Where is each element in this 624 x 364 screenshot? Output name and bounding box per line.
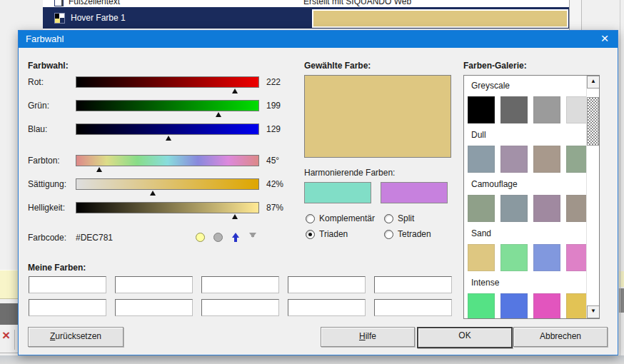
gallery-color-swatch[interactable]: [500, 244, 528, 271]
slider-row-helligkeit: Helligkeit:87%: [19, 202, 304, 218]
harmony-swatch-1[interactable]: [304, 182, 371, 203]
radio-circle-icon[interactable]: [384, 230, 393, 239]
slider-value-farbton: 45°: [266, 156, 279, 166]
gallery-group-label: Dull: [471, 130, 599, 142]
radio-label: Tetraden: [398, 229, 431, 239]
gallery-color-swatch[interactable]: [533, 195, 560, 222]
gallery-color-swatch[interactable]: [533, 96, 560, 123]
gallery-color-swatch[interactable]: [500, 195, 528, 222]
dialog-titlebar[interactable]: Farbwahl ×: [19, 31, 618, 48]
slider-value-helligkeit: 87%: [266, 203, 283, 213]
gallery-header: Farben-Galerie:: [463, 61, 527, 71]
color-gallery-list[interactable]: GreyscaleDullCamouflageSandIntense ▲ ▼: [463, 75, 600, 319]
radio-split[interactable]: Split: [384, 213, 414, 223]
gallery-color-swatch[interactable]: [468, 195, 495, 222]
my-color-slot[interactable]: [374, 276, 452, 293]
radio-komplementär[interactable]: Komplementär: [306, 213, 375, 223]
gallery-color-swatch[interactable]: [468, 96, 495, 123]
selected-color-header: Gewählte Farbe:: [304, 61, 371, 71]
slider-handle-farbton[interactable]: [96, 167, 102, 172]
gallery-color-swatch[interactable]: [533, 146, 560, 173]
table-row-fusszeilentext[interactable]: Fußzeilentext Erstellt mit SIQUANDO Web: [43, 0, 569, 6]
my-color-slot[interactable]: [115, 276, 193, 293]
slider-handle-rot[interactable]: [232, 89, 238, 93]
cancel-button[interactable]: Abbrechen: [513, 327, 608, 347]
arrow-up-icon[interactable]: [231, 233, 240, 242]
gallery-group-label: Sand: [471, 228, 599, 241]
radio-circle-icon[interactable]: [306, 214, 315, 223]
slider-value-saettigung: 42%: [266, 179, 283, 189]
radio-circle-icon[interactable]: [384, 214, 393, 223]
slider-label-saettigung: Sättigung:: [28, 179, 66, 189]
slider-label-farbton: Farbton:: [28, 156, 60, 166]
background-panel-edge: [620, 0, 620, 364]
slider-track-farbton[interactable]: [76, 155, 259, 166]
gallery-color-swatch[interactable]: [500, 146, 528, 173]
gallery-color-swatch[interactable]: [468, 146, 495, 173]
property-value: Erstellt mit SIQUANDO Web: [303, 0, 411, 6]
gallery-color-swatch[interactable]: [533, 293, 560, 319]
background-strip: [0, 303, 18, 325]
slider-row-farbton: Farbton:45°: [19, 155, 304, 171]
my-color-slot[interactable]: [288, 276, 366, 293]
gallery-color-swatch[interactable]: [533, 244, 560, 271]
reset-button[interactable]: Zurücksetzen: [28, 327, 124, 347]
slider-value-rot: 222: [266, 77, 281, 87]
gallery-scrollbar[interactable]: ▲ ▼: [586, 76, 599, 318]
scrollbar-thumb[interactable]: [587, 97, 599, 146]
dialog-title: Farbwahl: [26, 31, 64, 48]
my-color-slot[interactable]: [115, 299, 193, 316]
harmony-swatch-2[interactable]: [381, 182, 448, 203]
table-gridline: [61, 0, 63, 6]
color-adjust-toolbar: [196, 231, 257, 243]
slider-handle-helligkeit[interactable]: [232, 214, 238, 219]
color-property-icon: [54, 13, 65, 24]
gallery-color-swatch[interactable]: [500, 96, 528, 123]
slider-handle-gruen[interactable]: [216, 112, 221, 117]
scroll-down-icon[interactable]: ▼: [587, 305, 600, 318]
my-color-slot[interactable]: [288, 299, 366, 316]
slider-handle-blau[interactable]: [166, 136, 171, 141]
slider-track-gruen[interactable]: [76, 100, 259, 111]
ok-button[interactable]: OK: [417, 327, 513, 348]
close-icon[interactable]: ×: [592, 31, 618, 48]
lighten-circle-icon[interactable]: [196, 233, 205, 242]
my-colors-header: Meine Farben:: [28, 263, 86, 273]
radio-label: Triaden: [319, 229, 348, 239]
slider-handle-saettigung[interactable]: [150, 191, 156, 196]
radio-label: Komplementär: [319, 213, 375, 223]
help-button[interactable]: Hilfe: [321, 327, 415, 347]
gallery-color-swatch[interactable]: [468, 293, 495, 319]
radio-label: Split: [398, 213, 414, 223]
toolbar-separator: [14, 330, 15, 350]
background-property-table: Fußzeilentext Erstellt mit SIQUANDO Web …: [43, 0, 569, 30]
my-color-slot[interactable]: [374, 299, 452, 316]
table-row-hover-farbe-1-selected[interactable]: Hover Farbe 1: [43, 7, 569, 29]
gallery-group-greyscale: Greyscale: [464, 76, 599, 123]
scroll-up-icon[interactable]: ▲: [587, 76, 600, 89]
radio-circle-icon[interactable]: [306, 230, 315, 239]
radio-triaden[interactable]: Triaden: [306, 229, 348, 239]
gallery-color-swatch[interactable]: [500, 293, 528, 319]
my-color-slot[interactable]: [29, 276, 106, 293]
darken-circle-icon[interactable]: [213, 233, 223, 242]
delete-icon[interactable]: ×: [2, 328, 10, 342]
slider-row-blau: Blau:129: [19, 123, 304, 139]
slider-label-gruen: Grün:: [28, 101, 49, 111]
my-color-slot[interactable]: [201, 299, 279, 316]
arrow-down-icon[interactable]: [248, 233, 257, 242]
slider-track-saettigung[interactable]: [76, 178, 259, 190]
slider-track-blau[interactable]: [76, 123, 259, 135]
slider-track-helligkeit[interactable]: [76, 202, 259, 213]
gallery-group-camouflage: Camouflage: [464, 173, 599, 222]
slider-track-rot[interactable]: [76, 76, 259, 88]
row-color-swatch[interactable]: [312, 9, 568, 28]
gallery-group-label: Greyscale: [471, 81, 599, 93]
gallery-color-swatch[interactable]: [468, 244, 495, 271]
gallery-group-label: Intense: [471, 278, 599, 290]
slider-label-helligkeit: Helligkeit:: [28, 203, 65, 213]
my-color-slot[interactable]: [201, 276, 279, 293]
background-scrollbar[interactable]: [569, 0, 582, 30]
radio-tetraden[interactable]: Tetraden: [384, 229, 431, 239]
my-color-slot[interactable]: [29, 299, 106, 316]
